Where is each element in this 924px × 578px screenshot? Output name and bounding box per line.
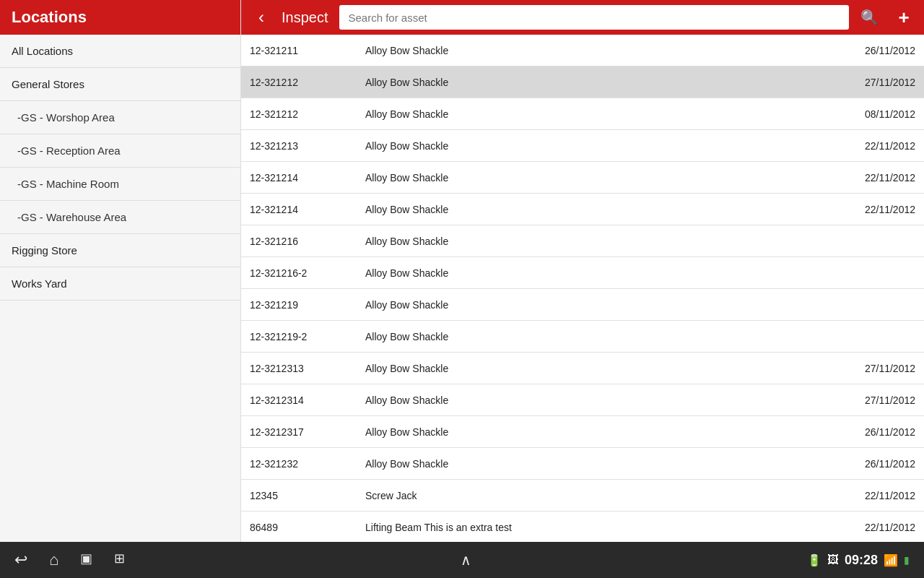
- qr-nav-icon[interactable]: ⊞: [114, 551, 125, 569]
- asset-name: Alloy Bow Shackle: [365, 236, 829, 247]
- content-panel: ‹ Inspect 🔍 + 12-321211Alloy Bow Shackle…: [241, 0, 924, 542]
- image-status-icon: 🖼: [827, 553, 839, 566]
- asset-id: 12-3212313: [250, 363, 365, 374]
- table-row[interactable]: 86489Lifting Beam This is an extra test2…: [241, 512, 924, 542]
- search-button[interactable]: 🔍: [855, 3, 884, 32]
- main-area: Locations All LocationsGeneral Stores-GS…: [0, 0, 924, 542]
- table-row[interactable]: 12-321214Alloy Bow Shackle22/11/2012: [241, 194, 924, 225]
- table-row[interactable]: 12-321219-2Alloy Bow Shackle: [241, 321, 924, 353]
- asset-id: 12-3212317: [250, 426, 365, 438]
- table-row[interactable]: 12345Screw Jack22/11/2012: [241, 480, 924, 512]
- table-row[interactable]: 12-3212313Alloy Bow Shackle27/11/2012: [241, 353, 924, 384]
- table-row[interactable]: 12-3212314Alloy Bow Shackle27/11/2012: [241, 384, 924, 416]
- asset-name: Alloy Bow Shackle: [365, 172, 829, 184]
- table-row[interactable]: 12-321232Alloy Bow Shackle26/11/2012: [241, 448, 924, 480]
- table-row[interactable]: 12-321214Alloy Bow Shackle22/11/2012: [241, 162, 924, 194]
- asset-name: Alloy Bow Shackle: [365, 363, 829, 374]
- asset-name: Alloy Bow Shackle: [365, 108, 829, 120]
- asset-date: 27/11/2012: [829, 363, 915, 374]
- signal-status-icon: ▮: [904, 554, 910, 566]
- asset-name: Alloy Bow Shackle: [365, 45, 829, 56]
- asset-name: Alloy Bow Shackle: [365, 299, 829, 311]
- asset-table: 12-321211Alloy Bow Shackle26/11/201212-3…: [241, 35, 924, 542]
- asset-id: 12-321212: [250, 77, 365, 88]
- sidebar-item-gs-worshop[interactable]: -GS - Worshop Area: [0, 101, 240, 134]
- asset-date: 26/11/2012: [829, 45, 915, 56]
- sidebar-item-rigging-store[interactable]: Rigging Store: [0, 234, 240, 267]
- sidebar-item-gs-warehouse[interactable]: -GS - Warehouse Area: [0, 201, 240, 234]
- asset-name: Alloy Bow Shackle: [365, 394, 829, 406]
- recents-nav-icon[interactable]: ▣: [80, 551, 92, 569]
- sidebar-item-works-yard[interactable]: Works Yard: [0, 267, 240, 301]
- sidebar-item-general-stores[interactable]: General Stores: [0, 68, 240, 101]
- asset-id: 12-321212: [250, 108, 365, 120]
- asset-id: 12-321214: [250, 172, 365, 184]
- asset-id: 12-321232: [250, 458, 365, 470]
- sidebar-item-gs-machine[interactable]: -GS - Machine Room: [0, 168, 240, 201]
- asset-date: 08/11/2012: [829, 108, 915, 120]
- asset-date: 26/11/2012: [829, 426, 915, 438]
- asset-date: 22/11/2012: [829, 140, 915, 152]
- sidebar: Locations All LocationsGeneral Stores-GS…: [0, 0, 241, 542]
- asset-name: Alloy Bow Shackle: [365, 426, 829, 438]
- search-input[interactable]: [339, 5, 849, 30]
- asset-date: 26/11/2012: [829, 458, 915, 470]
- wifi-status-icon: 📶: [884, 553, 898, 567]
- table-row[interactable]: 12-321212Alloy Bow Shackle27/11/2012: [241, 66, 924, 98]
- nav-right: 🔋 🖼 09:28 📶 ▮: [807, 553, 910, 568]
- asset-name: Screw Jack: [365, 490, 829, 501]
- sidebar-header: Locations: [0, 0, 240, 35]
- back-button[interactable]: ‹: [247, 3, 276, 32]
- back-nav-icon[interactable]: ↩: [14, 551, 27, 569]
- sidebar-item-gs-reception[interactable]: -GS - Reception Area: [0, 134, 240, 168]
- asset-name: Alloy Bow Shackle: [365, 331, 829, 342]
- asset-name: Alloy Bow Shackle: [365, 140, 829, 152]
- asset-id: 12-321216: [250, 236, 365, 247]
- asset-id: 12345: [250, 490, 365, 501]
- table-row[interactable]: 12-321212Alloy Bow Shackle08/11/2012: [241, 98, 924, 130]
- sidebar-title: Locations: [12, 8, 87, 27]
- asset-name: Alloy Bow Shackle: [365, 267, 829, 279]
- up-nav-icon[interactable]: ∧: [461, 551, 471, 569]
- add-button[interactable]: +: [889, 3, 918, 32]
- asset-id: 12-321219-2: [250, 331, 365, 342]
- asset-name: Alloy Bow Shackle: [365, 204, 829, 215]
- asset-date: 22/11/2012: [829, 490, 915, 501]
- asset-name: Alloy Bow Shackle: [365, 458, 829, 470]
- asset-name: Lifting Beam This is an extra test: [365, 522, 829, 533]
- asset-id: 12-321211: [250, 45, 365, 56]
- sidebar-item-all-locations[interactable]: All Locations: [0, 35, 240, 68]
- asset-date: 27/11/2012: [829, 394, 915, 406]
- clock-display: 09:28: [845, 553, 878, 568]
- table-row[interactable]: 12-321219Alloy Bow Shackle: [241, 289, 924, 321]
- asset-id: 12-321214: [250, 204, 365, 215]
- nav-center: ∧: [461, 551, 471, 569]
- table-row[interactable]: 12-3212317Alloy Bow Shackle26/11/2012: [241, 416, 924, 448]
- nav-left: ↩ ⌂ ▣ ⊞: [14, 551, 125, 569]
- table-row[interactable]: 12-321216Alloy Bow Shackle: [241, 225, 924, 257]
- asset-id: 12-321219: [250, 299, 365, 311]
- nav-bar: ↩ ⌂ ▣ ⊞ ∧ 🔋 🖼 09:28 📶 ▮: [0, 542, 924, 578]
- asset-date: 22/11/2012: [829, 522, 915, 533]
- sidebar-list: All LocationsGeneral Stores-GS - Worshop…: [0, 35, 240, 542]
- asset-date: 27/11/2012: [829, 77, 915, 88]
- asset-id: 12-321213: [250, 140, 365, 152]
- header-title: Inspect: [282, 9, 328, 26]
- table-row[interactable]: 12-321213Alloy Bow Shackle22/11/2012: [241, 130, 924, 162]
- table-row[interactable]: 12-321211Alloy Bow Shackle26/11/2012: [241, 35, 924, 66]
- asset-id: 12-3212314: [250, 394, 365, 406]
- content-header: ‹ Inspect 🔍 +: [241, 0, 924, 35]
- asset-id: 86489: [250, 522, 365, 533]
- table-row[interactable]: 12-321216-2Alloy Bow Shackle: [241, 257, 924, 289]
- battery-status-icon: 🔋: [807, 553, 821, 567]
- asset-date: 22/11/2012: [829, 172, 915, 184]
- asset-id: 12-321216-2: [250, 267, 365, 279]
- asset-name: Alloy Bow Shackle: [365, 77, 829, 88]
- home-nav-icon[interactable]: ⌂: [49, 551, 58, 569]
- asset-date: 22/11/2012: [829, 204, 915, 215]
